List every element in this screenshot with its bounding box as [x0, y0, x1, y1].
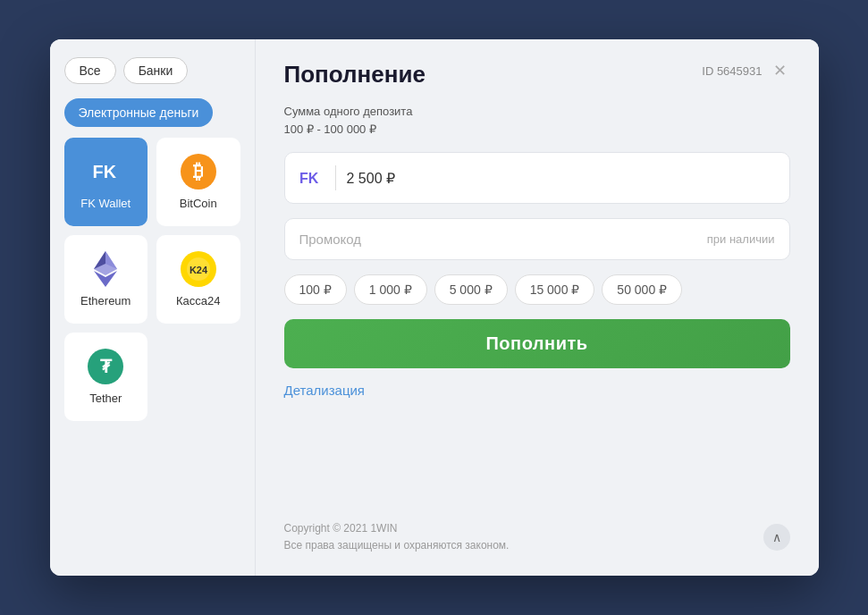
right-panel: Пополнение ID 5645931 ✕ Сумма одного деп…	[256, 39, 819, 576]
panel-header: Пополнение ID 5645931 ✕	[284, 61, 790, 88]
footer-text: Copyright © 2021 1WIN Все права защищены…	[284, 520, 510, 554]
deposit-info-line2: 100 ₽ - 100 000 ₽	[284, 121, 790, 139]
panel-id-text: ID 5645931	[702, 64, 762, 78]
footer: Copyright © 2021 1WIN Все права защищены…	[284, 520, 790, 554]
filter-electronic[interactable]: Электронные деньги	[64, 98, 214, 127]
close-button[interactable]: ✕	[770, 61, 790, 80]
bitcoin-label: BitCoin	[180, 197, 217, 210]
svg-text:K24: K24	[190, 265, 208, 275]
scroll-up-button[interactable]: ∧	[763, 524, 790, 551]
kassa24-label: Касса24	[176, 294, 221, 308]
payment-option-fk-wallet[interactable]: FK FK Wallet	[64, 138, 148, 226]
kassa24-icon: K24	[181, 251, 216, 287]
quick-amount-1000[interactable]: 1 000 ₽	[354, 274, 427, 305]
footer-copyright: Copyright © 2021 1WIN	[284, 520, 510, 537]
panel-title: Пополнение	[284, 61, 426, 88]
quick-amount-5000[interactable]: 5 000 ₽	[434, 274, 508, 305]
modal-container: Все Банки Электронные деньги FK FK Walle…	[50, 39, 819, 576]
payment-option-tether[interactable]: ₮ Tether	[64, 333, 148, 421]
fk-wallet-label: FK Wallet	[80, 197, 131, 210]
fk-small-icon: FK	[299, 169, 324, 187]
chevron-up-icon: ∧	[772, 530, 781, 544]
submit-button[interactable]: Пополнить	[284, 319, 790, 368]
promo-input-container[interactable]: Промокод при наличии	[284, 218, 790, 260]
payment-option-bitcoin[interactable]: ₿ BitCoin	[156, 138, 240, 226]
tether-label: Tether	[89, 392, 122, 405]
amount-input[interactable]	[347, 170, 775, 186]
amount-divider	[335, 165, 336, 190]
filter-all[interactable]: Все	[64, 57, 116, 84]
panel-id-row: ID 5645931 ✕	[702, 61, 789, 80]
svg-text:FK: FK	[299, 171, 319, 186]
filter-banks[interactable]: Банки	[123, 57, 189, 84]
quick-amount-15000[interactable]: 15 000 ₽	[515, 274, 595, 305]
footer-rights: Все права защищены и охраняются законом.	[284, 537, 510, 554]
payment-methods-grid: FK FK Wallet ₿ BitCoin	[64, 138, 240, 421]
deposit-info: Сумма одного депозита 100 ₽ - 100 000 ₽	[284, 103, 790, 138]
ethereum-label: Ethereum	[80, 294, 131, 308]
filter-tabs: Все Банки	[64, 57, 240, 84]
payment-option-ethereum[interactable]: Ethereum	[64, 235, 148, 324]
details-link[interactable]: Детализация	[284, 383, 790, 398]
deposit-info-line1: Сумма одного депозита	[284, 103, 790, 121]
tether-icon: ₮	[88, 349, 123, 384]
bitcoin-icon: ₿	[181, 154, 216, 190]
amount-input-container[interactable]: FK	[284, 152, 790, 204]
quick-amount-100[interactable]: 100 ₽	[284, 274, 347, 305]
quick-amounts: 100 ₽ 1 000 ₽ 5 000 ₽ 15 000 ₽ 50 000 ₽	[284, 274, 790, 305]
promo-hint-text: при наличии	[707, 232, 775, 246]
fk-wallet-icon: FK	[88, 154, 123, 190]
svg-text:FK: FK	[93, 162, 117, 181]
promo-placeholder-text: Промокод	[299, 232, 362, 247]
left-panel: Все Банки Электронные деньги FK FK Walle…	[50, 39, 256, 576]
ethereum-icon	[88, 251, 123, 287]
quick-amount-50000[interactable]: 50 000 ₽	[602, 274, 682, 305]
payment-option-kassa24[interactable]: K24 Касса24	[156, 235, 240, 324]
